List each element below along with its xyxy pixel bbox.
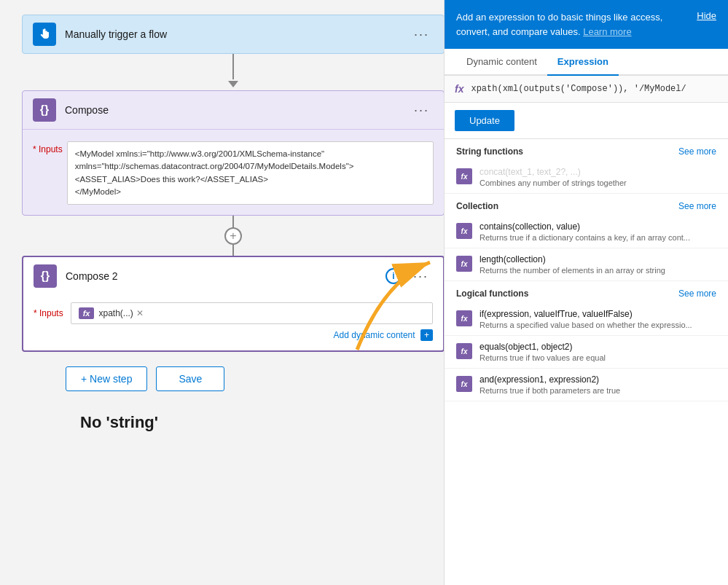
functions-list: String functions See more fx concat(text… (445, 139, 728, 585)
func-equals-info: equals(object1, object2) Returns true if… (480, 342, 716, 362)
func-equals-name: equals(object1, object2) (480, 342, 716, 352)
compose2-menu-button[interactable]: ··· (409, 267, 433, 286)
update-bar: Update (445, 103, 728, 139)
add-dynamic-content[interactable]: Add dynamic content + (34, 330, 433, 340)
compose-inputs-label: * Inputs (33, 144, 63, 154)
func-equals-desc: Returns true if two values are equal (480, 353, 716, 362)
func-and-desc: Returns true if both parameters are true (480, 386, 716, 395)
func-length-icon: fx (456, 256, 472, 272)
compose2-block: {} Compose 2 i ··· * Inputs fx xpath(...… (22, 256, 444, 352)
xpath-tag: xpath(...) (98, 308, 133, 318)
func-and-info: and(expression1, expression2) Returns tr… (480, 374, 716, 395)
arrow-down-1 (228, 81, 238, 87)
arrow-connector-1 (22, 54, 444, 90)
func-and-name: and(expression1, expression2) (480, 374, 716, 385)
expression-bar: fx xpath(xml(outputs('Compose')), '/MyMo… (445, 76, 728, 103)
new-step-button[interactable]: + New step (66, 366, 147, 391)
add-step-button[interactable]: + (224, 227, 242, 245)
compose2-body: * Inputs fx xpath(...) ✕ Add dynamic con… (23, 295, 443, 350)
compose-block: {} Compose ··· * Inputs <MyModel xmlns:i… (22, 90, 444, 216)
expression-input[interactable]: xpath(xml(outputs('Compose')), '/MyModel… (471, 84, 718, 94)
function-item-if[interactable]: fx if(expression, valueIfTrue, valueIfFa… (445, 303, 728, 336)
panel-tabs: Dynamic content Expression (445, 49, 728, 76)
update-button[interactable]: Update (455, 110, 514, 131)
panel-header: Add an expression to do basic things lik… (445, 0, 728, 49)
tab-expression[interactable]: Expression (547, 49, 619, 76)
trigger-title: Manually trigger a flow (65, 28, 410, 40)
compose2-title: Compose 2 (66, 270, 385, 282)
function-item-concat[interactable]: fx concat(text_1, text_2?, ...) Combines… (445, 161, 728, 194)
func-if-info: if(expression, valueIfTrue, valueIfFalse… (480, 309, 716, 329)
compose-menu-button[interactable]: ··· (410, 101, 434, 119)
plus-connector: + (22, 216, 444, 256)
string-see-more[interactable]: See more (678, 146, 716, 157)
collection-see-more[interactable]: See more (678, 201, 716, 211)
string-functions-header: String functions See more (445, 139, 728, 161)
trigger-menu-button[interactable]: ··· (410, 25, 434, 44)
compose-header: {} Compose ··· (23, 91, 444, 130)
func-contains-info: contains(collection, value) Returns true… (480, 221, 716, 242)
hide-button[interactable]: Hide (697, 10, 716, 21)
compose-xml-box[interactable]: <MyModel xmlns:i="http://www.w3.org/2001… (67, 141, 434, 205)
collection-header: Collection See more (445, 194, 728, 216)
func-contains-name: contains(collection, value) (480, 221, 716, 232)
trigger-block: Manually trigger a flow ··· (22, 15, 444, 54)
save-button[interactable]: Save (156, 366, 224, 391)
func-and-icon: fx (456, 376, 472, 392)
func-length-desc: Returns the number of elements in an arr… (480, 266, 716, 275)
function-item-and[interactable]: fx and(expression1, expression2) Returns… (445, 369, 728, 401)
fx-symbol: fx (455, 83, 463, 95)
fx-badge: fx (79, 307, 95, 319)
compose-icon: {} (33, 98, 56, 122)
func-if-icon: fx (456, 310, 472, 326)
func-concat-info: concat(text_1, text_2?, ...) Combines an… (480, 167, 716, 187)
hand-icon (38, 28, 51, 41)
tab-dynamic-content[interactable]: Dynamic content (456, 49, 547, 76)
func-if-name: if(expression, valueIfTrue, valueIfFalse… (480, 309, 716, 319)
compose-inputs-row: * Inputs <MyModel xmlns:i="http://www.w3… (33, 141, 434, 205)
func-equals-icon: fx (456, 343, 472, 359)
compose2-header: {} Compose 2 i ··· (23, 257, 443, 295)
compose-title: Compose (65, 104, 410, 116)
function-item-equals[interactable]: fx equals(object1, object2) Returns true… (445, 336, 728, 369)
panel-header-text: Add an expression to do basic things lik… (456, 10, 688, 39)
compose2-inputs-row: * Inputs fx xpath(...) ✕ (34, 302, 433, 324)
info-icon[interactable]: i (385, 268, 402, 284)
logical-functions-header: Logical functions See more (445, 281, 728, 303)
no-string-text: No 'string' (22, 413, 422, 432)
close-xpath-button[interactable]: ✕ (136, 308, 144, 318)
func-concat-desc: Combines any number of strings together (480, 178, 716, 187)
func-if-desc: Returns a specified value based on wheth… (480, 321, 716, 329)
action-buttons: + New step Save (22, 366, 422, 391)
func-concat-name: concat(text_1, text_2?, ...) (480, 167, 716, 177)
compose-body: * Inputs <MyModel xmlns:i="http://www.w3… (23, 130, 444, 215)
trigger-icon (33, 23, 56, 46)
compose2-inputs-field[interactable]: fx xpath(...) ✕ (71, 302, 433, 324)
logical-see-more[interactable]: See more (678, 288, 716, 299)
compose2-icon: {} (34, 264, 57, 288)
compose2-inputs-label: * Inputs (34, 308, 63, 318)
function-item-contains[interactable]: fx contains(collection, value) Returns t… (445, 216, 728, 248)
add-dynamic-plus-icon: + (420, 329, 433, 341)
learn-more-link[interactable]: Learn more (583, 26, 631, 37)
function-item-length[interactable]: fx length(collection) Returns the number… (445, 248, 728, 281)
func-concat-icon: fx (456, 168, 472, 184)
right-panel: Add an expression to do basic things lik… (444, 0, 728, 585)
func-contains-desc: Returns true if a dictionary contains a … (480, 233, 716, 242)
func-contains-icon: fx (456, 223, 472, 239)
main-canvas: Manually trigger a flow ··· {} Compose ·… (0, 0, 444, 585)
func-length-name: length(collection) (480, 254, 716, 264)
func-length-info: length(collection) Returns the number of… (480, 254, 716, 275)
